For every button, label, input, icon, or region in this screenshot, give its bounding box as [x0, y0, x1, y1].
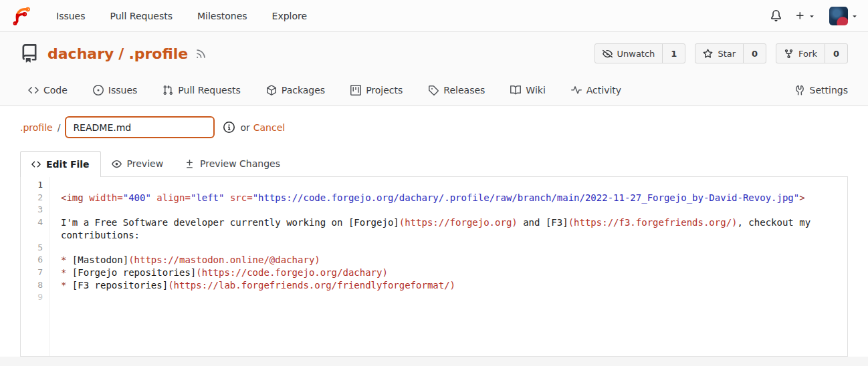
user-avatar[interactable] [829, 7, 848, 25]
editor-line: 6* [Mastodon](https://mastodon.online/@d… [21, 254, 847, 266]
breadcrumb-separator: / [58, 122, 61, 133]
editor-line: 2<img width="400" align="left" src="http… [21, 192, 847, 204]
code-icon [28, 85, 39, 96]
line-number: 3 [21, 204, 50, 216]
navbar-item-pull-requests[interactable]: Pull Requests [110, 11, 173, 21]
editor-line: 8* [F3 repositories](https://lab.forgefr… [21, 279, 847, 292]
navbar-item-issues[interactable]: Issues [56, 11, 86, 21]
line-content: * [F3 repositories](https://lab.forgefri… [50, 279, 847, 292]
page-bottom-strip [0, 357, 868, 366]
tab-issues[interactable]: Issues [93, 85, 138, 96]
repo-owner-link[interactable]: dachary [47, 45, 114, 62]
line-number: 1 [21, 179, 50, 192]
project-icon [350, 85, 361, 96]
line-content [50, 179, 847, 192]
unwatch-button[interactable]: Unwatch1 [594, 43, 686, 63]
tab-pull-requests[interactable]: Pull Requests [162, 85, 240, 96]
editor-line: 1 [21, 179, 847, 192]
star-icon [703, 49, 713, 59]
info-icon[interactable] [223, 122, 235, 133]
top-navbar: IssuesPull RequestsMilestonesExplore [0, 0, 868, 32]
repo-header-zone: dachary / .profile Unwatch1Star0Fork0 Co… [0, 32, 868, 106]
line-number: 6 [21, 254, 50, 266]
navbar-right [770, 7, 859, 25]
fork-icon [784, 49, 794, 59]
repo-header: dachary / .profile Unwatch1Star0Fork0 [0, 32, 868, 75]
line-number: 9 [21, 291, 50, 304]
tools-icon [794, 85, 805, 96]
user-menu-dropdown[interactable] [829, 7, 859, 25]
tab-wiki[interactable]: Wiki [510, 85, 545, 96]
file-path-row: .profile / or Cancel [0, 106, 868, 146]
editor-line: 7* [Forgejo repositories](https://code.f… [21, 266, 847, 279]
tab-packages[interactable]: Packages [266, 85, 325, 96]
rss-icon[interactable] [195, 48, 207, 59]
line-number: 5 [21, 242, 50, 254]
star-button[interactable]: Star0 [695, 43, 766, 63]
eye-slash-icon [603, 49, 613, 59]
filename-input[interactable] [65, 116, 215, 138]
unwatch-count[interactable]: 1 [662, 44, 685, 63]
line-content: * [Forgejo repositories](https://code.fo… [50, 266, 847, 279]
fork-button[interactable]: Fork0 [776, 43, 848, 63]
chevron-down-icon [808, 12, 816, 20]
or-text: or [240, 122, 249, 133]
breadcrumb-dir-link[interactable]: .profile [20, 122, 53, 133]
forgejo-logo-icon[interactable] [11, 5, 32, 27]
repo-title: dachary / .profile [47, 45, 188, 62]
repo-title-separator: / [118, 45, 124, 62]
line-number: 2 [21, 192, 50, 204]
editor-tab-preview-changes[interactable]: Preview Changes [174, 151, 291, 176]
line-content: * [Mastodon](https://mastodon.online/@da… [50, 254, 847, 266]
line-number: 4 [21, 216, 50, 241]
editor-line: 4I'm a Free Software developer currently… [21, 216, 847, 241]
navbar-links: IssuesPull RequestsMilestonesExplore [56, 11, 307, 21]
pull-request-icon [162, 85, 173, 96]
plus-icon [795, 11, 805, 21]
code-editor[interactable]: 12<img width="400" align="left" src="htt… [20, 176, 848, 357]
line-content [50, 291, 847, 304]
code-icon [31, 160, 41, 169]
line-content [50, 242, 847, 254]
tab-projects[interactable]: Projects [350, 85, 403, 96]
line-number: 8 [21, 279, 50, 292]
navbar-item-milestones[interactable]: Milestones [197, 11, 247, 21]
editor-line: 3 [21, 204, 847, 216]
editor-tab-edit-file[interactable]: Edit File [20, 151, 101, 177]
editor-line: 9 [21, 291, 847, 304]
repository-icon [20, 44, 39, 63]
unwatch-label[interactable]: Unwatch [595, 44, 663, 63]
repo-name-link[interactable]: .profile [128, 45, 188, 62]
package-icon [266, 85, 277, 96]
repo-actions: Unwatch1Star0Fork0 [594, 43, 849, 63]
line-number: 7 [21, 266, 50, 279]
fork-label[interactable]: Fork [776, 44, 825, 63]
navbar-item-explore[interactable]: Explore [272, 11, 308, 21]
fork-count[interactable]: 0 [825, 44, 847, 63]
line-content: I'm a Free Software developer currently … [50, 216, 847, 241]
tab-releases[interactable]: Releases [428, 85, 485, 96]
tab-settings[interactable]: Settings [794, 85, 848, 96]
tag-icon [428, 85, 439, 96]
chevron-down-icon [851, 12, 859, 20]
repo-tabs: CodeIssuesPull RequestsPackagesProjectsR… [0, 75, 868, 106]
eye-icon [112, 159, 122, 169]
create-new-dropdown[interactable] [795, 11, 816, 21]
pulse-icon [571, 85, 582, 96]
notifications-bell-icon[interactable] [770, 10, 782, 21]
cancel-link[interactable]: Cancel [253, 122, 285, 133]
editor-tab-preview[interactable]: Preview [101, 151, 175, 176]
editor-line: 5 [21, 242, 847, 254]
editor-lines: 12<img width="400" align="left" src="htt… [21, 177, 847, 304]
tab-code[interactable]: Code [28, 85, 68, 96]
line-content [50, 204, 847, 216]
star-count[interactable]: 0 [743, 44, 766, 63]
line-content: <img width="400" align="left" src="https… [50, 192, 847, 204]
editor-tabs: Edit FilePreviewPreview Changes [20, 151, 848, 176]
book-icon [510, 85, 521, 96]
star-label[interactable]: Star [695, 44, 743, 63]
diff-icon [185, 159, 195, 169]
tab-activity[interactable]: Activity [571, 85, 621, 96]
issue-icon [93, 85, 104, 96]
